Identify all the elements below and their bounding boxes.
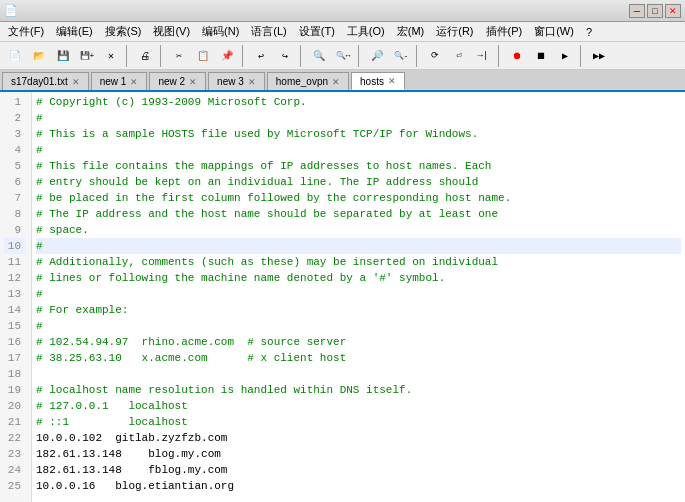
tab-close-icon[interactable]: ✕ (130, 77, 138, 87)
tab-bar: s17day01.txt ✕ new 1 ✕ new 2 ✕ new 3 ✕ h… (0, 70, 685, 92)
minimize-button[interactable]: ─ (629, 4, 645, 18)
toolbar-separator-5 (358, 45, 362, 67)
code-line-7: # be placed in the first column followed… (36, 190, 681, 206)
toolbar-separator-4 (300, 45, 304, 67)
tab-close-icon[interactable]: ✕ (248, 77, 256, 87)
save-button[interactable]: 💾 (52, 45, 74, 67)
code-line-1: # Copyright (c) 1993-2009 Microsoft Corp… (36, 94, 681, 110)
tab-label: new 3 (217, 76, 244, 87)
zoom-out-button[interactable]: 🔍- (390, 45, 412, 67)
menu-view[interactable]: 视图(V) (147, 22, 196, 41)
menu-bar: 文件(F) 编辑(E) 搜索(S) 视图(V) 编码(N) 语言(L) 设置(T… (0, 22, 685, 42)
code-line-9: # space. (36, 222, 681, 238)
indent-button[interactable]: →| (472, 45, 494, 67)
menu-edit[interactable]: 编辑(E) (50, 22, 99, 41)
code-line-6: # entry should be kept on an individual … (36, 174, 681, 190)
code-line-13: # (36, 286, 681, 302)
code-line-17: # 38.25.63.10 x.acme.com # x client host (36, 350, 681, 366)
cut-button[interactable]: ✂ (168, 45, 190, 67)
toolbar-separator-7 (498, 45, 502, 67)
paste-button[interactable]: 📌 (216, 45, 238, 67)
undo-button[interactable]: ↩ (250, 45, 272, 67)
tab-new1[interactable]: new 1 ✕ (91, 72, 148, 90)
code-line-15: # (36, 318, 681, 334)
code-line-4: # (36, 142, 681, 158)
find-replace-button[interactable]: 🔍↔ (332, 45, 354, 67)
code-line-25: 10.0.0.16 blog.etiantian.org (36, 478, 681, 494)
save-all-button[interactable]: 💾+ (76, 45, 98, 67)
code-line-24: 182.61.13.148 fblog.my.com (36, 462, 681, 478)
menu-window[interactable]: 窗口(W) (528, 22, 580, 41)
menu-plugins[interactable]: 插件(P) (480, 22, 529, 41)
line-numbers: 1234567891011121314151617181920212223242… (0, 92, 32, 502)
wrap-button[interactable]: ⏎ (448, 45, 470, 67)
code-line-21: # ::1 localhost (36, 414, 681, 430)
redo-button[interactable]: ↪ (274, 45, 296, 67)
copy-button[interactable]: 📋 (192, 45, 214, 67)
tab-close-icon[interactable]: ✕ (332, 77, 340, 87)
code-line-16: # 102.54.94.97 rhino.acme.com # source s… (36, 334, 681, 350)
tab-label: home_ovpn (276, 76, 328, 87)
tab-label: new 2 (158, 76, 185, 87)
open-button[interactable]: 📂 (28, 45, 50, 67)
code-area[interactable]: # Copyright (c) 1993-2009 Microsoft Corp… (32, 92, 685, 502)
toolbar-separator-3 (242, 45, 246, 67)
code-line-8: # The IP address and the host name shoul… (36, 206, 681, 222)
toolbar-separator-1 (126, 45, 130, 67)
window-controls: ─ □ ✕ (629, 4, 681, 18)
macro-stop-button[interactable]: ⏹ (530, 45, 552, 67)
app-icon: 📄 (4, 4, 18, 17)
code-line-20: # 127.0.0.1 localhost (36, 398, 681, 414)
print-button[interactable]: 🖨 (134, 45, 156, 67)
title-bar: 📄 ─ □ ✕ (0, 0, 685, 22)
code-line-3: # This is a sample HOSTS file used by Mi… (36, 126, 681, 142)
menu-help[interactable]: ? (580, 24, 598, 40)
menu-settings[interactable]: 设置(T) (293, 22, 341, 41)
macro-record-button[interactable]: ⏺ (506, 45, 528, 67)
tab-close-icon[interactable]: ✕ (72, 77, 80, 87)
zoom-in-button[interactable]: 🔎 (366, 45, 388, 67)
code-line-14: # For example: (36, 302, 681, 318)
toolbar: 📄 📂 💾 💾+ ✕ 🖨 ✂ 📋 📌 ↩ ↪ 🔍 🔍↔ 🔎 🔍- ⟳ ⏎ →| … (0, 42, 685, 70)
tab-label: new 1 (100, 76, 127, 87)
tab-s17day01[interactable]: s17day01.txt ✕ (2, 72, 89, 90)
code-line-18 (36, 366, 681, 382)
menu-search[interactable]: 搜索(S) (99, 22, 148, 41)
tab-label: hosts (360, 76, 384, 87)
run-button[interactable]: ▶▶ (588, 45, 610, 67)
editor: 1234567891011121314151617181920212223242… (0, 92, 685, 502)
toolbar-separator-8 (580, 45, 584, 67)
code-line-23: 182.61.13.148 blog.my.com (36, 446, 681, 462)
sync-button[interactable]: ⟳ (424, 45, 446, 67)
tab-label: s17day01.txt (11, 76, 68, 87)
toolbar-separator-6 (416, 45, 420, 67)
menu-encoding[interactable]: 编码(N) (196, 22, 245, 41)
close-button[interactable]: ✕ (100, 45, 122, 67)
menu-macro[interactable]: 宏(M) (391, 22, 431, 41)
tab-hosts[interactable]: hosts ✕ (351, 72, 405, 90)
find-button[interactable]: 🔍 (308, 45, 330, 67)
code-line-11: # Additionally, comments (such as these)… (36, 254, 681, 270)
code-line-10: # (36, 238, 681, 254)
tab-new3[interactable]: new 3 ✕ (208, 72, 265, 90)
code-line-19: # localhost name resolution is handled w… (36, 382, 681, 398)
code-line-22: 10.0.0.102 gitlab.zyzfzb.com (36, 430, 681, 446)
new-button[interactable]: 📄 (4, 45, 26, 67)
code-line-2: # (36, 110, 681, 126)
tab-new2[interactable]: new 2 ✕ (149, 72, 206, 90)
close-button[interactable]: ✕ (665, 4, 681, 18)
tab-home-ovpn[interactable]: home_ovpn ✕ (267, 72, 349, 90)
menu-tools[interactable]: 工具(O) (341, 22, 391, 41)
code-line-5: # This file contains the mappings of IP … (36, 158, 681, 174)
maximize-button[interactable]: □ (647, 4, 663, 18)
code-line-12: # lines or following the machine name de… (36, 270, 681, 286)
menu-file[interactable]: 文件(F) (2, 22, 50, 41)
menu-language[interactable]: 语言(L) (245, 22, 292, 41)
macro-play-button[interactable]: ▶ (554, 45, 576, 67)
tab-close-icon[interactable]: ✕ (189, 77, 197, 87)
tab-close-icon[interactable]: ✕ (388, 76, 396, 86)
toolbar-separator-2 (160, 45, 164, 67)
menu-run[interactable]: 运行(R) (430, 22, 479, 41)
